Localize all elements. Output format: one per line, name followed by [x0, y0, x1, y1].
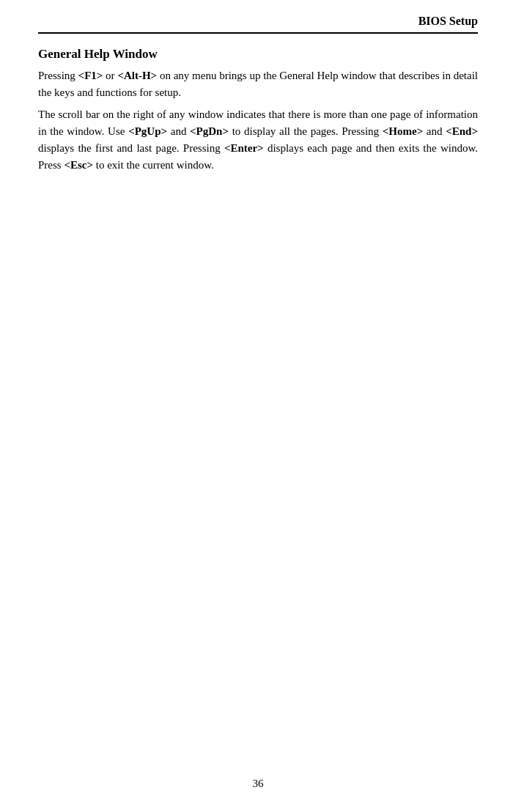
paragraph-2: The scroll bar on the right of any windo… [38, 106, 478, 174]
page-container: BIOS Setup General Help Window Pressing … [0, 0, 516, 812]
paragraph-1: Pressing <F1> or <Alt-H> on any menu bri… [38, 67, 478, 102]
body-text: Pressing <F1> or <Alt-H> on any menu bri… [38, 67, 478, 174]
section-title: General Help Window [38, 47, 478, 62]
header-title: BIOS Setup [419, 15, 478, 28]
page-footer: 36 [0, 778, 516, 790]
page-header: BIOS Setup [38, 15, 478, 34]
page-number: 36 [253, 778, 264, 789]
